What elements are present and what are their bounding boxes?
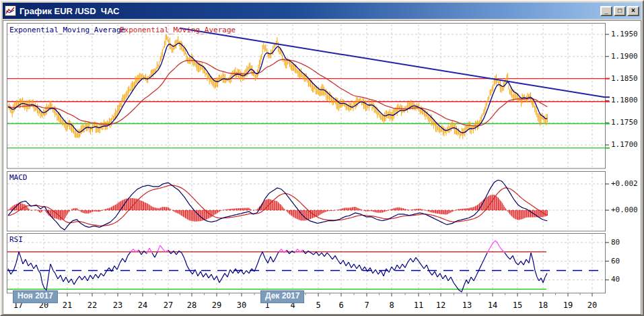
app-window: График EUR /USD ЧАС _ □ × Exponential_Mo… — [0, 0, 644, 316]
charts-canvas[interactable] — [1, 1, 644, 316]
